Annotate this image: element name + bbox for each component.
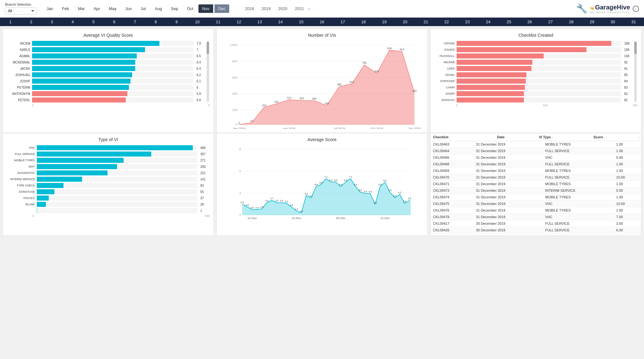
cell-score: 5.00 bbox=[614, 187, 641, 194]
table-scroll-area[interactable]: CKL09463 31 December 2019 MOBILE TYRES 1… bbox=[430, 141, 641, 235]
date-cell-20[interactable]: 20 bbox=[395, 18, 415, 26]
month-btn-sep[interactable]: Sep bbox=[167, 4, 182, 13]
bar-container bbox=[457, 79, 621, 84]
bar-fill bbox=[32, 47, 145, 52]
bar-label: JOSHP bbox=[7, 80, 30, 83]
date-cell-13[interactable]: 13 bbox=[249, 18, 270, 26]
month-btn-may[interactable]: May bbox=[105, 4, 120, 13]
vi-quality-scrollbar[interactable] bbox=[207, 41, 209, 102]
date-cell-22[interactable]: 22 bbox=[436, 18, 457, 26]
table-row[interactable]: CKL09471 31 December 2019 MOBILE TYRES 1… bbox=[430, 181, 641, 187]
table-row[interactable]: CKL09430 30 December 2019 MOBILE TYRES 1… bbox=[430, 234, 641, 236]
date-cell-5[interactable]: 5 bbox=[83, 18, 104, 26]
month-btn-jan[interactable]: Jan bbox=[43, 4, 57, 13]
table-row[interactable]: CKL09468 31 December 2019 FULL SERVICE 1… bbox=[430, 161, 641, 168]
date-cell-17[interactable]: 17 bbox=[332, 18, 353, 26]
month-btn-jun[interactable]: Jun bbox=[122, 4, 136, 13]
date-cell-14[interactable]: 14 bbox=[270, 18, 291, 26]
table-row[interactable]: CKL09478 31 December 2019 VHC 7.00 bbox=[430, 214, 641, 220]
date-cell-1[interactable]: 1 bbox=[0, 18, 21, 26]
branch-select[interactable]: All bbox=[5, 7, 36, 15]
date-cell-29[interactable]: 29 bbox=[582, 18, 602, 26]
month-btn-apr[interactable]: Apr bbox=[90, 4, 104, 13]
month-btn-oct[interactable]: Oct bbox=[183, 4, 197, 13]
bar-container bbox=[457, 97, 621, 102]
date-cell-15[interactable]: 15 bbox=[291, 18, 312, 26]
col-date[interactable]: Date bbox=[495, 133, 536, 141]
table-row[interactable]: CKL09466 31 December 2019 VHC 5.00 bbox=[430, 154, 641, 161]
date-cell-23[interactable]: 23 bbox=[457, 18, 478, 26]
date-cell-21[interactable]: 21 bbox=[415, 18, 436, 26]
date-cell-4[interactable]: 4 bbox=[62, 18, 83, 26]
month-btn-mar[interactable]: Mar bbox=[74, 4, 88, 13]
date-cell-25[interactable]: 25 bbox=[499, 18, 519, 26]
year-btn-2018[interactable]: 2018 bbox=[242, 4, 257, 13]
svg-text:6.0: 6.0 bbox=[319, 181, 323, 184]
date-cell-19[interactable]: 19 bbox=[374, 18, 395, 26]
year-btn-2021[interactable]: 2021 bbox=[292, 4, 307, 13]
bar-fill bbox=[37, 170, 108, 175]
cell-checklist: CKL09475 bbox=[430, 201, 474, 207]
cell-date: 31 December 2019 bbox=[474, 207, 543, 214]
date-cell-18[interactable]: 18 bbox=[353, 18, 374, 26]
year-btn-2020[interactable]: 2020 bbox=[275, 4, 291, 13]
bar-fill bbox=[457, 85, 525, 90]
month-btn-aug[interactable]: Aug bbox=[151, 4, 166, 13]
table-row[interactable]: CKL09473 31 December 2019 INTERIM SERVIC… bbox=[430, 187, 641, 194]
month-btn-jul[interactable]: Jul bbox=[137, 4, 150, 13]
date-cell-9[interactable]: 9 bbox=[166, 18, 187, 26]
table-row[interactable]: CKL09475 31 December 2019 VHC 10.00 bbox=[430, 201, 641, 207]
svg-text:3.3: 3.3 bbox=[275, 199, 278, 202]
cell-score: 6.00 bbox=[614, 227, 641, 234]
table-row[interactable]: CKL09463 31 December 2019 MOBILE TYRES 1… bbox=[430, 141, 641, 148]
info-button[interactable]: i bbox=[633, 6, 639, 12]
month-btn-feb[interactable]: Feb bbox=[58, 4, 73, 13]
date-cell-3[interactable]: 3 bbox=[42, 18, 62, 26]
bar-fill bbox=[457, 53, 544, 58]
bar-container bbox=[32, 97, 193, 102]
table-row[interactable]: CKL09474 31 December 2019 MOBILE TYRES 1… bbox=[430, 194, 641, 201]
checklist-scrollbar[interactable] bbox=[634, 41, 637, 102]
table-row[interactable]: CKL09464 31 December 2019 FULL SERVICE 1… bbox=[430, 148, 641, 154]
vi-quality-title: Average VI Quality Score bbox=[7, 33, 210, 38]
bar-label: ANTHONYM bbox=[7, 92, 30, 96]
bar-label: JACKK bbox=[7, 67, 30, 70]
year-arrow[interactable]: › bbox=[308, 6, 310, 11]
date-cell-28[interactable]: 28 bbox=[561, 18, 582, 26]
table-row[interactable]: CKL09469 31 December 2019 MOBILE TYRES 1… bbox=[430, 168, 641, 174]
date-cell-24[interactable]: 24 bbox=[478, 18, 498, 26]
year-btn-2019[interactable]: 2019 bbox=[258, 4, 274, 13]
table-row[interactable]: CKL09417 30 December 2019 FULL SERVICE 3… bbox=[430, 220, 641, 227]
table-row[interactable]: CKL09426 30 December 2019 FULL SERVICE 6… bbox=[430, 227, 641, 234]
svg-text:10 Nov: 10 Nov bbox=[247, 216, 257, 220]
table-row[interactable]: CKL09476 31 December 2019 MOBILE TYRES 1… bbox=[430, 207, 641, 214]
date-cell-26[interactable]: 26 bbox=[519, 18, 540, 26]
date-cell-27[interactable]: 27 bbox=[540, 18, 561, 26]
bar-container bbox=[37, 177, 197, 182]
bar-container bbox=[37, 145, 197, 150]
date-cell-31[interactable]: 31 bbox=[623, 18, 644, 26]
cell-date: 31 December 2019 bbox=[474, 181, 543, 187]
col-checklist[interactable]: Checklist bbox=[430, 133, 495, 141]
col-vi-type[interactable]: VI Type bbox=[536, 133, 591, 141]
date-cell-30[interactable]: 30 bbox=[602, 18, 623, 26]
date-cell-6[interactable]: 6 bbox=[104, 18, 125, 26]
month-btn-dec[interactable]: Dec bbox=[214, 4, 229, 13]
date-cell-2[interactable]: 2 bbox=[21, 18, 42, 26]
cell-vi-type: VHC bbox=[543, 154, 614, 161]
cell-score: 3.00 bbox=[614, 220, 641, 227]
date-cell-12[interactable]: 12 bbox=[229, 18, 249, 26]
date-cell-10[interactable]: 10 bbox=[187, 18, 208, 26]
date-cell-11[interactable]: 11 bbox=[208, 18, 229, 26]
bar-row-adaml: ADAML 6.5 bbox=[7, 53, 206, 58]
date-cell-8[interactable]: 8 bbox=[145, 18, 166, 26]
cell-vi-type: FULL SERVICE bbox=[543, 161, 614, 168]
col-score[interactable]: Score bbox=[591, 133, 639, 141]
table-row[interactable]: CKL09470 31 December 2019 FULL SERVICE 1… bbox=[430, 174, 641, 181]
month-btn-nov[interactable]: Nov bbox=[198, 4, 213, 13]
date-cell-16[interactable]: 16 bbox=[312, 18, 332, 26]
svg-text:3.2: 3.2 bbox=[403, 200, 406, 203]
bar-container bbox=[32, 85, 193, 90]
date-cell-7[interactable]: 7 bbox=[125, 18, 145, 26]
cell-score: 1.00 bbox=[614, 234, 641, 236]
